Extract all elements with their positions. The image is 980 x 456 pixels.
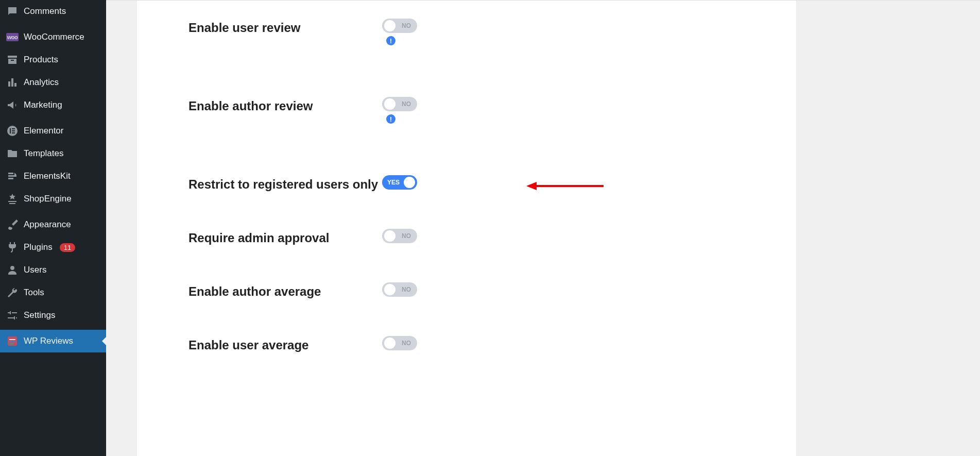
chart-icon bbox=[6, 76, 19, 89]
sidebar-item-label: Templates bbox=[24, 148, 63, 159]
setting-row-enable-user-review: Enable user review NO ! bbox=[137, 19, 796, 97]
sidebar-item-users[interactable]: Users bbox=[0, 259, 106, 281]
sidebar-item-label: Analytics bbox=[24, 77, 59, 88]
sidebar-item-comments[interactable]: Comments bbox=[0, 0, 106, 23]
svg-rect-4 bbox=[12, 132, 15, 133]
setting-label: Restrict to registered users only bbox=[188, 175, 382, 192]
admin-sidebar: Comments woo WooCommerce Products Analyt… bbox=[0, 0, 106, 456]
toggle-value: YES bbox=[387, 179, 400, 186]
toggle-restrict-registered[interactable]: YES bbox=[382, 175, 417, 190]
comment-icon bbox=[6, 5, 19, 18]
sidebar-item-tools[interactable]: Tools bbox=[0, 281, 106, 304]
sidebar-item-templates[interactable]: Templates bbox=[0, 142, 106, 165]
sidebar-item-marketing[interactable]: Marketing bbox=[0, 94, 106, 116]
sidebar-item-label: WP Reviews bbox=[24, 336, 73, 346]
setting-row-enable-author-review: Enable author review NO ! bbox=[137, 97, 796, 175]
sidebar-item-label: Settings bbox=[24, 310, 55, 320]
archive-icon bbox=[6, 54, 19, 66]
svg-rect-7 bbox=[9, 341, 15, 342]
megaphone-icon bbox=[6, 99, 19, 111]
setting-row-enable-author-average: Enable author average NO bbox=[137, 282, 796, 336]
sidebar-item-settings[interactable]: Settings bbox=[0, 304, 106, 327]
sidebar-item-label: ShopEngine bbox=[24, 194, 72, 204]
sidebar-item-analytics[interactable]: Analytics bbox=[0, 71, 106, 94]
sidebar-item-label: Marketing bbox=[24, 100, 62, 110]
toggle-enable-user-average[interactable]: NO bbox=[382, 336, 417, 350]
sidebar-item-shopengine[interactable]: ShopEngine bbox=[0, 188, 106, 210]
info-icon[interactable]: ! bbox=[386, 114, 396, 124]
sidebar-item-label: Comments bbox=[24, 6, 66, 16]
setting-label: Enable user review bbox=[188, 19, 382, 35]
svg-rect-6 bbox=[9, 339, 15, 340]
plugins-update-badge: 11 bbox=[60, 243, 75, 252]
setting-label: Enable author average bbox=[188, 282, 382, 299]
setting-label: Enable user average bbox=[188, 336, 382, 352]
sidebar-item-label: Products bbox=[24, 55, 58, 65]
sidebar-item-elementskit[interactable]: ElementsKit bbox=[0, 165, 106, 188]
sidebar-item-woocommerce[interactable]: woo WooCommerce bbox=[0, 26, 106, 48]
elementskit-icon bbox=[6, 170, 19, 182]
content-area: Enable user review NO ! Enable author re… bbox=[106, 0, 980, 456]
toggle-value: NO bbox=[402, 22, 411, 29]
toggle-value: NO bbox=[402, 340, 411, 347]
wp-reviews-icon bbox=[6, 335, 19, 347]
folder-icon bbox=[6, 147, 19, 160]
toggle-enable-user-review[interactable]: NO bbox=[382, 19, 417, 33]
setting-label: Enable author review bbox=[188, 97, 382, 113]
sidebar-item-wp-reviews[interactable]: WP Reviews bbox=[0, 330, 106, 352]
woo-icon: woo bbox=[6, 31, 19, 43]
settings-panel: Enable user review NO ! Enable author re… bbox=[137, 0, 796, 456]
sidebar-item-label: WooCommerce bbox=[24, 32, 84, 42]
sliders-icon bbox=[6, 309, 19, 322]
elementor-icon bbox=[6, 125, 19, 137]
svg-rect-1 bbox=[10, 128, 11, 133]
sidebar-item-label: Tools bbox=[24, 288, 44, 298]
wrench-icon bbox=[6, 286, 19, 299]
toggle-value: NO bbox=[402, 286, 411, 293]
sidebar-item-label: Plugins bbox=[24, 242, 53, 252]
setting-row-require-admin-approval: Require admin approval NO bbox=[137, 229, 796, 282]
sidebar-item-label: Elementor bbox=[24, 126, 63, 136]
sidebar-item-label: Users bbox=[24, 265, 46, 275]
user-icon bbox=[6, 264, 19, 276]
plug-icon bbox=[6, 241, 19, 254]
sidebar-item-label: Appearance bbox=[24, 219, 71, 230]
sidebar-item-products[interactable]: Products bbox=[0, 48, 106, 71]
info-icon[interactable]: ! bbox=[386, 36, 396, 45]
setting-label: Require admin approval bbox=[188, 229, 382, 245]
shopengine-icon bbox=[6, 193, 19, 205]
svg-rect-2 bbox=[12, 128, 15, 129]
brush-icon bbox=[6, 218, 19, 231]
sidebar-item-label: ElementsKit bbox=[24, 171, 71, 181]
setting-row-restrict-registered: Restrict to registered users only YES bbox=[137, 175, 796, 229]
setting-row-enable-user-average: Enable user average NO bbox=[137, 336, 796, 390]
toggle-value: NO bbox=[402, 100, 411, 108]
sidebar-item-plugins[interactable]: Plugins 11 bbox=[0, 236, 106, 259]
toggle-require-admin-approval[interactable]: NO bbox=[382, 229, 417, 243]
sidebar-item-appearance[interactable]: Appearance bbox=[0, 213, 106, 236]
sidebar-item-elementor[interactable]: Elementor bbox=[0, 120, 106, 142]
toggle-enable-author-review[interactable]: NO bbox=[382, 97, 417, 111]
svg-rect-3 bbox=[12, 130, 15, 131]
svg-rect-8 bbox=[9, 343, 13, 344]
toggle-enable-author-average[interactable]: NO bbox=[382, 282, 417, 297]
toggle-value: NO bbox=[402, 232, 411, 240]
